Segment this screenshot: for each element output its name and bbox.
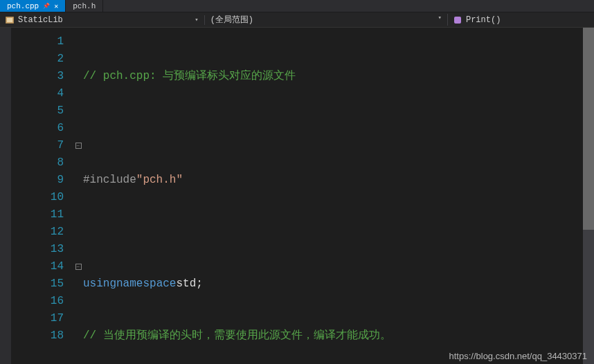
tab-pch-cpp[interactable]: pch.cpp 📌 ✕ bbox=[0, 0, 66, 12]
tab-label: pch.h bbox=[73, 2, 96, 10]
fold-toggle[interactable]: − bbox=[75, 264, 82, 270]
member-label: Print() bbox=[466, 15, 501, 25]
keyword: namespace bbox=[116, 275, 176, 293]
tab-pch-h[interactable]: pch.h bbox=[66, 0, 103, 12]
chevron-down-icon: ▾ bbox=[438, 14, 442, 21]
comment: // pch.cpp: 与预编译标头对应的源文件 bbox=[83, 68, 296, 85]
watermark: https://blog.csdn.net/qq_34430371 bbox=[449, 351, 588, 361]
navigation-bar: StaticLib ▾ (全局范围) ▾ Print() bbox=[0, 12, 594, 28]
project-dropdown[interactable]: StaticLib ▾ bbox=[0, 15, 205, 25]
member-dropdown[interactable]: Print() bbox=[448, 15, 594, 25]
function-icon bbox=[453, 16, 462, 24]
close-icon[interactable]: ✕ bbox=[54, 2, 58, 10]
fold-gutter: − − bbox=[73, 28, 83, 364]
project-icon bbox=[6, 17, 14, 24]
side-gutter bbox=[0, 28, 11, 364]
keyword: using bbox=[83, 275, 116, 293]
include-file: "pch.h" bbox=[136, 172, 183, 189]
editor-area: 123456 789101112 131415161718 − − // pch… bbox=[0, 28, 594, 364]
comment: // 当使用预编译的头时，需要使用此源文件，编译才能成功。 bbox=[83, 327, 391, 345]
svg-rect-2 bbox=[454, 17, 461, 24]
fold-toggle[interactable]: − bbox=[75, 143, 82, 149]
code-editor[interactable]: 123456 789101112 131415161718 − − // pch… bbox=[11, 28, 594, 364]
vertical-scrollbar[interactable] bbox=[583, 28, 594, 364]
tab-label: pch.cpp bbox=[7, 2, 39, 10]
project-label: StaticLib bbox=[18, 15, 63, 25]
line-number-gutter: 123456 789101112 131415161718 bbox=[11, 28, 73, 364]
scope-label: (全局范围) bbox=[210, 15, 253, 25]
chevron-down-icon: ▾ bbox=[195, 16, 198, 24]
svg-rect-1 bbox=[7, 18, 12, 22]
document-tab-bar: pch.cpp 📌 ✕ pch.h bbox=[0, 0, 594, 12]
code-content[interactable]: // pch.cpp: 与预编译标头对应的源文件 #include "pch.h… bbox=[83, 28, 391, 364]
scrollbar-thumb[interactable] bbox=[583, 28, 594, 230]
pin-icon[interactable]: 📌 bbox=[43, 3, 50, 9]
scope-dropdown[interactable]: (全局范围) ▾ bbox=[205, 14, 448, 26]
identifier: std bbox=[176, 275, 196, 293]
preproc-keyword: #include bbox=[83, 172, 136, 189]
